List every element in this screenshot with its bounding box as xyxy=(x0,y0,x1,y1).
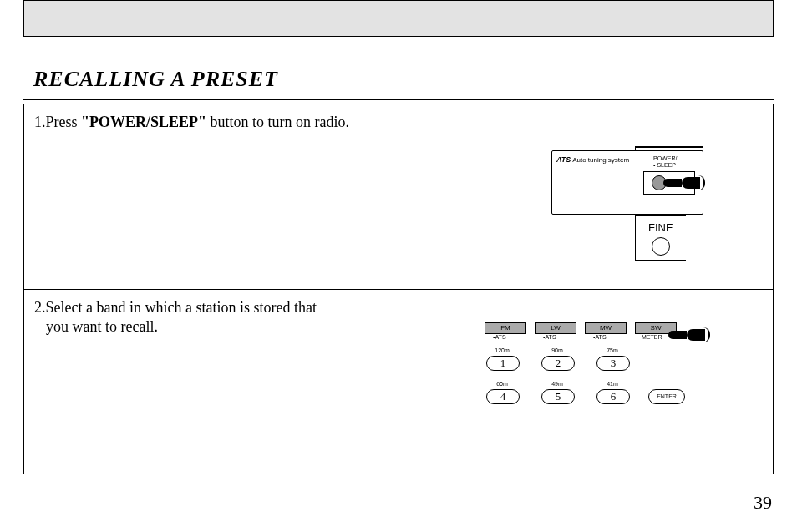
band-sub-mw: •ATS xyxy=(593,334,607,340)
ats-sub: Auto tuning system xyxy=(571,156,629,164)
pointing-hand-icon xyxy=(663,172,697,194)
step-1-button-name: "POWER/SLEEP" xyxy=(81,114,206,130)
ats-bold: ATS xyxy=(556,155,571,164)
preset-button-3: 3 xyxy=(596,356,630,371)
header-band xyxy=(23,0,774,37)
power-label-line1: POWER/ xyxy=(653,155,677,162)
meter-label-90m: 90m xyxy=(541,347,573,353)
band-button-lw: LW xyxy=(535,322,576,334)
page-number: 39 xyxy=(754,492,772,514)
step-2-line-1: 2.Select a band in which a station is st… xyxy=(34,298,385,317)
preset-button-2: 2 xyxy=(541,356,575,371)
title-rule xyxy=(23,99,774,100)
step-1-prefix: 1.Press xyxy=(34,114,81,130)
preset-button-4: 4 xyxy=(486,389,520,404)
illustration-power-sleep: ATS Auto tuning system POWER/ • SLEEP FI… xyxy=(401,125,752,292)
fine-label: FINE xyxy=(648,221,673,234)
meter-label-75m: 75m xyxy=(596,347,628,353)
illustration-band-select: FM •ATS LW •ATS MW •ATS SW METER 120m 1 … xyxy=(451,314,752,439)
meter-label-49m: 49m xyxy=(541,381,573,387)
meter-label-41m: 41m xyxy=(596,381,628,387)
band-button-fm: FM xyxy=(485,322,526,334)
meter-label-60m: 60m xyxy=(486,381,518,387)
power-label-line2: • SLEEP xyxy=(653,162,677,169)
power-sleep-label: POWER/ • SLEEP xyxy=(653,155,677,168)
band-sub-fm: •ATS xyxy=(493,334,506,340)
pointing-hand-icon xyxy=(668,324,702,346)
band-sub-lw: •ATS xyxy=(543,334,556,340)
step-1-text: 1.Press "POWER/SLEEP" button to turn on … xyxy=(34,113,385,132)
band-button-mw: MW xyxy=(585,322,627,334)
band-sub-sw: METER xyxy=(642,334,662,340)
preset-button-6: 6 xyxy=(596,389,630,404)
preset-button-1: 1 xyxy=(486,356,520,371)
preset-button-5: 5 xyxy=(541,389,575,404)
page: RECALLING A PRESET 1.Press "POWER/SLEEP"… xyxy=(0,0,797,532)
fine-button xyxy=(652,237,670,256)
enter-button: ENTER xyxy=(648,389,685,404)
step-2-line-2: you want to recall. xyxy=(34,317,385,337)
ats-label: ATS Auto tuning system xyxy=(556,155,629,164)
meter-label-120m: 120m xyxy=(486,347,518,353)
page-title: RECALLING A PRESET xyxy=(33,67,278,92)
step-2-text: 2.Select a band in which a station is st… xyxy=(34,298,385,337)
step-1-suffix: button to turn on radio. xyxy=(211,114,349,130)
